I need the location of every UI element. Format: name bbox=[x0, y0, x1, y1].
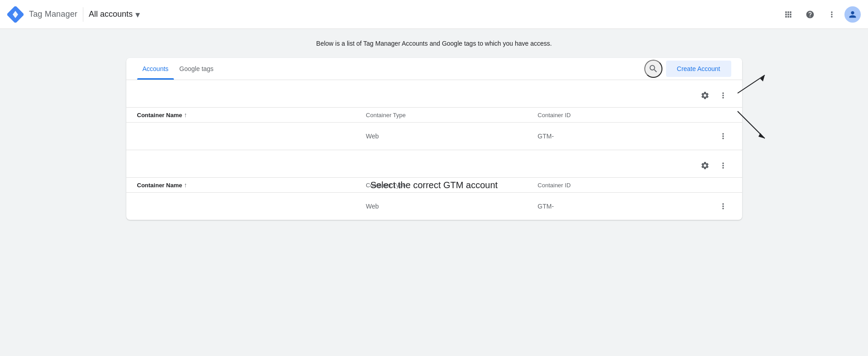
search-button[interactable] bbox=[644, 60, 662, 78]
sort-asc-icon-1: ↑ bbox=[184, 111, 187, 119]
col-header-name-1: Container Name ↑ bbox=[137, 111, 366, 119]
top-navigation: Tag Manager All accounts ▾ bbox=[0, 0, 868, 29]
cell-type-1-1: Web bbox=[366, 133, 537, 140]
more-vert-container-icon-1-1 bbox=[719, 132, 728, 141]
col-header-type-2: Container Type bbox=[366, 182, 537, 189]
tab-google-tags[interactable]: Google tags bbox=[174, 58, 219, 80]
container-row-2-1: Web GTM- bbox=[126, 193, 742, 220]
more-vert-icon bbox=[827, 10, 836, 19]
accounts-card: Accounts Google tags Create Account bbox=[126, 58, 742, 220]
container-table-2: Container Name ↑ Container Type Containe… bbox=[126, 177, 742, 220]
col-header-id-2: Container ID bbox=[537, 182, 709, 189]
cell-actions-2-1 bbox=[710, 198, 731, 214]
more-vert-container-icon-2-1 bbox=[719, 202, 728, 211]
svg-marker-3 bbox=[760, 75, 765, 81]
cell-actions-1-1 bbox=[710, 128, 731, 144]
create-account-button[interactable]: Create Account bbox=[666, 61, 731, 77]
account-section-2: Select the correct GTM account bbox=[126, 150, 742, 220]
avatar-icon bbox=[848, 9, 858, 19]
tabs-row: Accounts Google tags Create Account bbox=[126, 58, 742, 80]
gear-icon-2 bbox=[700, 161, 710, 170]
col-header-type-1: Container Type bbox=[366, 112, 537, 119]
account-header-1 bbox=[126, 80, 742, 107]
container-table-header-2: Container Name ↑ Container Type Containe… bbox=[126, 177, 742, 193]
sort-asc-icon-2: ↑ bbox=[184, 181, 187, 189]
account-settings-button-1[interactable] bbox=[697, 87, 713, 104]
account-settings-button-2[interactable] bbox=[697, 157, 713, 174]
gear-icon-1 bbox=[700, 91, 710, 100]
help-icon bbox=[806, 10, 815, 19]
account-more-button-2[interactable] bbox=[715, 157, 731, 174]
avatar-button[interactable] bbox=[844, 6, 861, 23]
svg-marker-5 bbox=[758, 133, 765, 138]
search-icon bbox=[648, 64, 658, 74]
accounts-dropdown[interactable]: All accounts ▾ bbox=[89, 9, 140, 20]
col-header-id-1: Container ID bbox=[537, 112, 709, 119]
account-section-1: Container Name ↑ Container Type Containe… bbox=[126, 80, 742, 150]
tab-accounts[interactable]: Accounts bbox=[137, 58, 174, 80]
account-header-2 bbox=[126, 150, 742, 177]
account-actions-1 bbox=[697, 87, 731, 104]
col-header-name-2: Container Name ↑ bbox=[137, 181, 366, 189]
more-vert-icon-2 bbox=[719, 161, 728, 170]
grid-icon bbox=[784, 10, 793, 19]
more-vert-icon-1 bbox=[719, 91, 728, 100]
container-more-button-2-1[interactable] bbox=[715, 198, 731, 214]
nav-icons-area bbox=[779, 5, 861, 24]
more-options-button[interactable] bbox=[823, 5, 841, 24]
cell-id-2-1: GTM- bbox=[537, 203, 709, 210]
main-content: Below is a list of Tag Manager Accounts … bbox=[0, 29, 868, 231]
cell-id-1-1: GTM- bbox=[537, 133, 709, 140]
container-row-1-1: Web GTM- bbox=[126, 123, 742, 150]
cell-type-2-1: Web bbox=[366, 203, 537, 210]
account-actions-2 bbox=[697, 157, 731, 174]
help-button[interactable] bbox=[801, 5, 819, 24]
container-table-header-1: Container Name ↑ Container Type Containe… bbox=[126, 107, 742, 123]
tag-manager-logo-icon bbox=[7, 6, 24, 23]
container-more-button-1-1[interactable] bbox=[715, 128, 731, 144]
apps-grid-button[interactable] bbox=[779, 5, 797, 24]
account-sections-container: Container Name ↑ Container Type Containe… bbox=[126, 80, 742, 220]
container-table-1: Container Name ↑ Container Type Containe… bbox=[126, 107, 742, 150]
dropdown-arrow-icon: ▾ bbox=[135, 9, 140, 20]
nav-divider bbox=[83, 7, 83, 22]
page-subtitle: Below is a list of Tag Manager Accounts … bbox=[316, 40, 551, 47]
logo-area: Tag Manager bbox=[7, 6, 77, 23]
accounts-dropdown-label: All accounts bbox=[89, 9, 133, 19]
account-more-button-1[interactable] bbox=[715, 87, 731, 104]
app-name-label: Tag Manager bbox=[29, 9, 77, 19]
